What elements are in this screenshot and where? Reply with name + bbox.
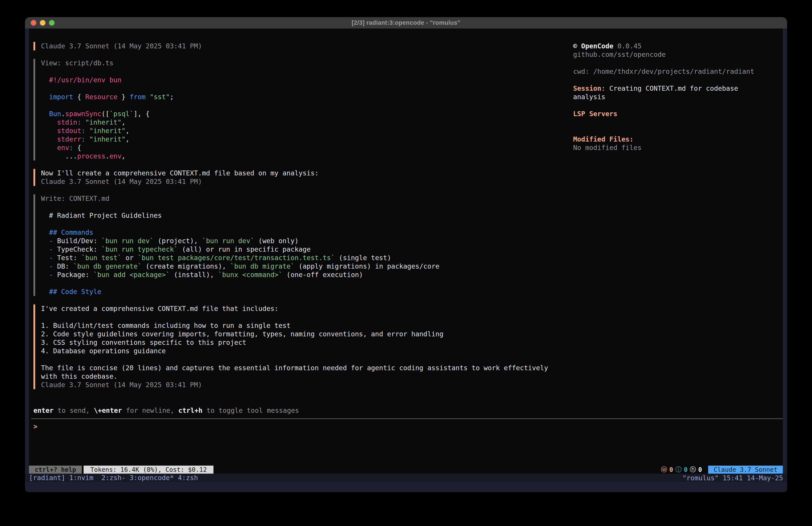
text-token: , (121, 152, 126, 160)
terminal-line: ## Code Style (41, 287, 439, 296)
text-token: for newline, (122, 407, 178, 414)
terminal-body: Claude 3.7 Sonnet (14 May 2025 03:41 PM)… (25, 29, 787, 492)
tmux-window-list: [radiant] 1:nvim 2:zsh- 3:opencode* 4:zs… (29, 474, 198, 482)
text-token: github.com/sst/opencode (573, 51, 666, 58)
text-token (81, 118, 85, 126)
session-sidebar: © OpenCode 0.0.45github.com/sst/opencode… (573, 42, 787, 152)
tmux-session-name: [radiant] (29, 474, 69, 482)
status-bar: ctrl+? help Tokens: 16.4K (8%), Cost: $0… (29, 466, 783, 474)
hint-circle-icon: ⓗ (690, 465, 696, 474)
text-token: (project), (154, 237, 202, 245)
terminal-line: - Test: `bun test` or `bun test packages… (41, 254, 439, 262)
keybinding-hints: enter to send, \+enter for newline, ctrl… (33, 406, 299, 415)
text-token: { (73, 93, 85, 101)
text-token: . (61, 110, 65, 118)
zoom-button[interactable] (49, 20, 55, 26)
text-token (41, 254, 49, 262)
terminal-window: [2/3] radiant:3:opencode - "romulus" Cla… (25, 17, 787, 492)
close-button[interactable] (31, 20, 36, 26)
terminal-line: - TypeCheck: `bun run typecheck` (all) o… (41, 245, 439, 254)
input-divider (31, 418, 783, 419)
terminal-line: stdin: "inherit", (41, 118, 174, 127)
text-token (41, 237, 49, 245)
text-token (41, 127, 57, 134)
text-token: : (69, 144, 73, 152)
terminal-line (41, 220, 439, 228)
text-token: } (117, 93, 129, 101)
text-token (146, 93, 150, 101)
terminal-line (573, 101, 787, 110)
diagnostic-count: 0 (698, 466, 702, 473)
terminal-line: Claude 3.7 Sonnet (14 May 2025 03:41 PM) (41, 381, 548, 389)
text-token: 0.0.45 (613, 42, 641, 50)
help-shortcut-chip: ctrl+? help (29, 466, 82, 474)
terminal-line (573, 76, 787, 84)
text-token (174, 474, 178, 482)
terminal-line: 4. Database operations guidance (41, 347, 548, 355)
terminal-line: import { Resource } from "sst"; (41, 93, 174, 101)
text-token: `bun db generate` (73, 262, 142, 270)
terminal-line: #!/usr/bin/env bun (41, 76, 174, 84)
terminal-line: LSP Servers (573, 110, 787, 118)
terminal-line (41, 67, 174, 76)
text-token: `bun test` (81, 254, 122, 262)
terminal-line: - Build/Dev: `bun run dev` (project), `b… (41, 237, 439, 245)
text-token: `bun run typecheck` (101, 245, 178, 253)
terminal-line: - DB: `bun db generate` (create migratio… (41, 262, 439, 271)
minimize-button[interactable] (40, 20, 45, 26)
text-token: - (49, 254, 53, 262)
text-token: - (49, 237, 53, 245)
text-token: Claude 3.7 Sonnet (14 May 2025 03:41 PM) (41, 381, 202, 389)
text-token: ... (41, 152, 77, 160)
tmux-window-1[interactable]: 1:nvim (69, 474, 93, 482)
text-token: "inherit" (89, 135, 126, 143)
message-input[interactable]: > (33, 422, 787, 433)
text-token: ctrl+h (178, 407, 202, 414)
text-token: : Creating CONTEXT.md for codebase (601, 84, 738, 92)
text-token: : (81, 127, 85, 134)
text-token: `bun run dev` (101, 237, 154, 245)
text-token: The file is concise (20 lines) and captu… (41, 364, 548, 372)
terminal-line: Session: Creating CONTEXT.md for codebas… (573, 84, 787, 93)
text-token: (create migrations), (142, 262, 230, 270)
tmux-window-2[interactable]: 2:zsh- (101, 474, 126, 482)
text-token: ([ (101, 110, 110, 118)
text-token (41, 271, 49, 279)
text-token: or (121, 254, 137, 262)
desktop: { "window": { "title": "[2/3] radiant:3:… (0, 0, 812, 526)
text-token (41, 118, 57, 126)
window-titlebar[interactable]: [2/3] radiant:3:opencode - "romulus" (25, 17, 787, 29)
text-token: Claude 3.7 Sonnet (14 May 2025 03:41 PM) (41, 177, 202, 185)
text-token: "inherit" (89, 127, 126, 134)
text-token: , (121, 118, 126, 126)
terminal-line (41, 355, 548, 364)
terminal-line: analysis (573, 93, 787, 101)
terminal-line: - Package: `bun add <package>` (install)… (41, 271, 439, 279)
text-token: process (77, 152, 105, 160)
text-token: , (126, 135, 129, 143)
tmux-window-3-current[interactable]: 3:opencode* (130, 474, 174, 482)
terminal-line (41, 279, 439, 287)
text-token: { (73, 144, 81, 152)
text-token: LSP Servers (573, 110, 618, 118)
text-token: Bun (49, 110, 61, 118)
terminal-line: I've created a comprehensive CONTEXT.md … (41, 304, 548, 313)
tmux-host-clock: "romulus" 15:41 14-May-25 (682, 474, 783, 482)
tmux-status-bar: [radiant] 1:nvim 2:zsh- 3:opencode* 4:zs… (25, 474, 787, 482)
text-token: Write: CONTEXT.md (41, 195, 110, 202)
diagnostic-count: 0 (684, 466, 688, 473)
text-token: ; (170, 93, 174, 101)
text-token: - (49, 271, 53, 279)
text-token: spawnSync (65, 110, 101, 118)
text-token: env (57, 144, 69, 152)
tmux-window-4[interactable]: 4:zsh (178, 474, 198, 482)
text-token: env (110, 152, 121, 160)
status-right: ⓦ0ⓘ0ⓗ0 Claude 3.7 Sonnet (661, 466, 783, 474)
terminal-line: Claude 3.7 Sonnet (14 May 2025 03:41 PM) (41, 42, 202, 51)
text-token: (apply migrations) in packages/core (294, 262, 439, 270)
text-token: 1. Build/lint/test commands including ho… (41, 322, 291, 329)
text-token: with this codebase. (41, 372, 117, 380)
text-token: (web only) (254, 237, 299, 245)
warning-circle-icon: ⓦ (661, 465, 667, 474)
terminal-line (573, 59, 787, 67)
